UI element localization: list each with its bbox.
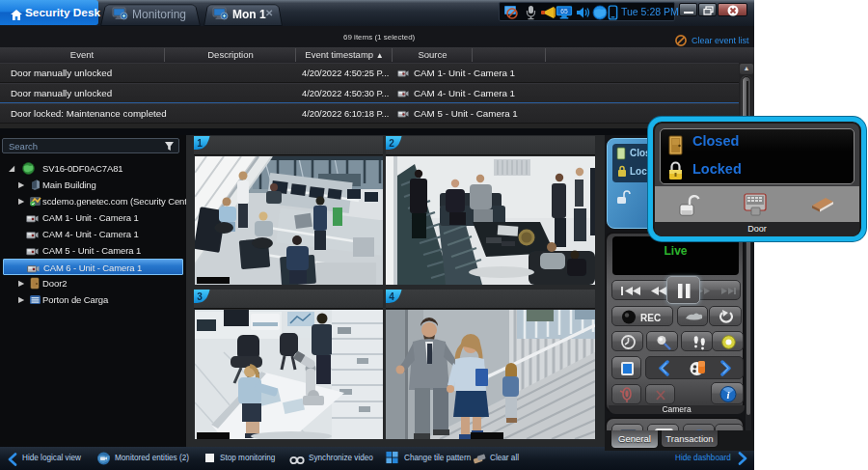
svg-text:4: 4 <box>389 291 394 302</box>
svg-text:3: 3 <box>197 291 203 302</box>
svg-text:65: 65 <box>560 8 568 14</box>
svg-text:1: 1 <box>197 138 203 149</box>
svg-text:REC: REC <box>640 313 661 323</box>
svg-text:2: 2 <box>389 138 394 149</box>
